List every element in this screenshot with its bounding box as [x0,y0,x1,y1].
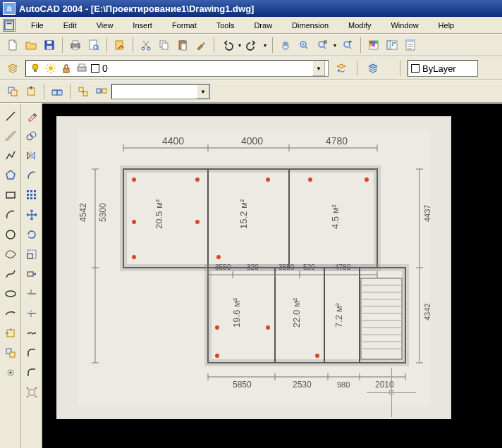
layer-manager-icon[interactable] [4,60,21,77]
svg-text:4437: 4437 [423,205,431,222]
tool-palettes-icon[interactable] [402,37,419,54]
revcloud-icon[interactable] [2,246,19,263]
array-icon[interactable] [23,187,40,204]
svg-rect-58 [27,190,29,192]
move-icon[interactable] [23,206,40,223]
xline-icon[interactable] [2,127,19,144]
fillet-icon[interactable] [23,364,40,381]
rectangle-icon[interactable] [2,187,19,204]
trim-icon[interactable] [23,285,40,302]
color-bylayer-label: ByLayer [422,63,456,74]
ellipse-arc-icon[interactable] [2,305,19,322]
menu-view[interactable]: View [87,19,123,32]
extend-icon[interactable] [23,305,40,322]
redo-dropdown[interactable]: ▾ [262,42,268,49]
rotate-icon[interactable] [23,226,40,243]
menu-help[interactable]: Help [429,19,465,32]
svg-text:22.0 м²: 22.0 м² [291,297,302,328]
print-preview-icon[interactable] [85,37,102,54]
explode-icon[interactable] [23,384,40,401]
layer-combo-dropdown[interactable]: ▼ [312,61,325,76]
block-editor-icon[interactable] [75,83,92,100]
copy-icon[interactable] [156,37,173,54]
print-icon[interactable] [67,37,84,54]
insert-block-icon[interactable] [23,83,39,100]
menu-insert[interactable]: Insert [123,19,162,32]
open-icon[interactable] [23,37,39,54]
linetype-dropdown[interactable]: ▼ [197,85,209,99]
menu-dimension[interactable]: Dimension [282,19,338,32]
scale-icon[interactable] [23,246,40,263]
break-icon[interactable] [23,325,40,342]
menu-modify[interactable]: Modify [338,19,381,32]
menu-edit[interactable]: Edit [54,19,87,32]
drawing-area[interactable]: 4400 4000 4780 [42,103,502,448]
polyline-icon[interactable] [2,147,19,164]
linetype-combo[interactable]: ▼ [111,84,210,99]
stretch-icon[interactable] [23,266,40,282]
svg-point-81 [132,178,136,182]
svg-text:3550: 3550 [215,263,231,271]
match-properties-icon[interactable] [192,37,209,54]
chamfer-icon[interactable] [23,344,40,361]
redo-icon[interactable] [244,37,261,54]
svg-rect-46 [97,89,101,93]
xref-icon[interactable] [49,83,66,100]
menu-tools[interactable]: Tools [207,19,245,32]
offset-icon[interactable] [23,167,40,184]
publish-icon[interactable] [111,37,128,54]
circle-icon[interactable] [2,226,19,243]
svg-text:320: 320 [247,263,259,271]
layer-combo[interactable]: 0 ▼ [25,60,329,77]
spline-icon[interactable] [2,266,19,282]
styles-toolbar: ▼ [0,80,502,103]
ellipse-icon[interactable] [2,285,19,302]
zoom-window-icon[interactable] [314,37,331,54]
svg-rect-36 [34,70,37,72]
svg-rect-14 [162,43,168,49]
svg-text:19.6 м²: 19.6 м² [231,297,242,328]
erase-icon[interactable] [23,108,40,125]
menu-draw[interactable]: Draw [244,19,282,32]
menu-format[interactable]: Format [162,19,207,32]
new-icon[interactable] [4,37,21,54]
svg-rect-24 [372,41,375,44]
make-block2-icon[interactable] [2,344,19,361]
insert-block2-icon[interactable] [2,325,19,342]
mdi-system-icon[interactable] [3,19,16,32]
polygon-icon[interactable] [2,167,19,184]
zoom-dropdown[interactable]: ▾ [332,42,338,49]
undo-icon[interactable] [219,37,235,54]
arc-icon[interactable] [2,206,19,223]
color-combo[interactable]: ByLayer [408,60,478,77]
undo-dropdown[interactable]: ▾ [237,42,243,49]
zoom-previous-icon[interactable] [339,37,356,54]
standard-toolbar: ▾ ▾ ▾ [0,34,502,56]
svg-point-90 [215,325,219,330]
layer-previous-icon[interactable] [333,60,350,77]
svg-rect-39 [78,67,86,71]
layer-toolbar: 0 ▼ ByLayer [0,56,502,80]
svg-point-83 [266,178,270,182]
paste-icon[interactable] [174,37,191,54]
make-block-icon[interactable] [4,83,21,100]
mirror-icon[interactable] [23,147,40,164]
zoom-realtime-icon[interactable] [295,37,312,54]
copy-obj-icon[interactable] [23,127,40,144]
svg-rect-70 [29,390,35,395]
wblock-icon[interactable] [93,83,110,100]
svg-rect-53 [10,352,15,357]
save-icon[interactable] [41,37,58,54]
menu-file[interactable]: File [21,19,54,32]
pan-realtime-icon[interactable] [277,37,294,54]
menu-window[interactable]: Window [381,19,428,32]
point-icon[interactable] [2,364,19,381]
layer-states-icon[interactable] [365,60,381,77]
line-icon[interactable] [2,108,19,125]
svg-rect-42 [11,90,17,96]
cut-icon[interactable] [137,37,154,54]
svg-point-82 [195,178,200,182]
properties-icon[interactable] [365,37,382,54]
design-center-icon[interactable] [384,37,400,54]
svg-text:4400: 4400 [162,135,184,147]
